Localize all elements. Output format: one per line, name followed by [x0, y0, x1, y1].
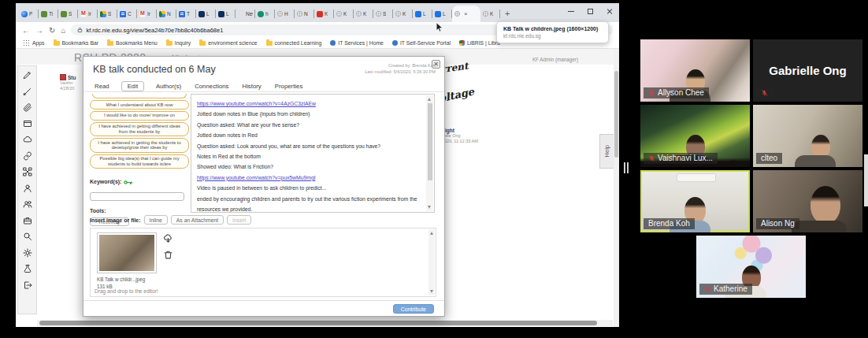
background-note[interactable]: Light nelle Ong 2020, 11:12:33 AM — [442, 128, 505, 144]
help-tab[interactable]: Help — [599, 134, 614, 169]
forward-icon[interactable]: → — [35, 26, 43, 35]
sign-out-icon[interactable] — [23, 280, 32, 290]
cloud-icon[interactable] — [23, 135, 32, 144]
scaffold-pill[interactable]: I would like to do more/ improve on — [90, 111, 189, 121]
attachment-scrollbar[interactable] — [428, 229, 435, 295]
reload-icon[interactable]: ↻ — [49, 26, 55, 35]
browser-tab[interactable]: L — [216, 6, 236, 22]
person-icon[interactable] — [23, 184, 32, 193]
note-editor[interactable]: https://www.youtube.com/watch?v=4AzGC3zl… — [191, 94, 435, 213]
browser-tab[interactable]: C — [117, 6, 137, 22]
scaffold-pill[interactable]: I have achieved in getting the students … — [90, 138, 189, 153]
editor-scrollbar[interactable] — [426, 95, 433, 211]
browser-tab[interactable]: T — [176, 6, 196, 22]
browser-tab[interactable]: K — [334, 6, 354, 22]
paperclip-icon[interactable] — [23, 102, 32, 112]
delete-icon[interactable] — [163, 249, 173, 259]
browser-tab[interactable]: × — [452, 6, 480, 22]
bookmark-item[interactable]: environment science — [199, 40, 257, 46]
editor-line[interactable]: Video is paused in between to ask childr… — [197, 185, 326, 191]
back-icon[interactable]: ← — [22, 26, 30, 35]
bookmark-item[interactable]: Inquiry — [166, 40, 191, 46]
download-cloud-icon[interactable] — [163, 233, 173, 243]
participant-tile[interactable]: Brenda Koh Brenda Koh — [640, 170, 750, 232]
editor-line[interactable]: https://www.youtube.com/watch?v=4AzGC3zl… — [197, 101, 316, 106]
browser-tab[interactable]: K — [480, 6, 500, 22]
browser-tab[interactable]: L — [413, 6, 432, 22]
bookmark-item[interactable]: Apps — [24, 40, 45, 46]
browser-tab[interactable]: N — [295, 6, 314, 22]
browser-tab[interactable]: K — [314, 6, 334, 22]
participant-tile[interactable]: Gabrielle Ong Gabrielle Ong — [753, 39, 862, 102]
network-icon[interactable] — [23, 167, 32, 176]
browser-tab[interactable]: h — [255, 6, 275, 22]
bookmark-item[interactable]: Bookmarks Menu — [107, 40, 158, 46]
editor-line[interactable]: Notes in Red at the bottom — [197, 154, 261, 159]
link-icon[interactable] — [23, 151, 32, 161]
editor-line[interactable]: https://www.youtube.com/watch?v=pux5wMu9… — [197, 175, 316, 180]
participant-tile[interactable]: Vaishnavi Lux... Vaishnavi Lux... — [640, 105, 750, 167]
attachment-thumbnail[interactable] — [97, 232, 157, 273]
bookmark-item[interactable]: IT Services | Home — [330, 40, 384, 46]
participant-tile[interactable]: clteo clteo — [753, 105, 862, 167]
editor-line[interactable]: ended by encouraging children and parent… — [197, 196, 417, 212]
gear-icon[interactable] — [23, 248, 32, 258]
editor-line[interactable]: Jotted down notes in Red — [197, 132, 258, 138]
browser-tab[interactable]: N — [157, 6, 176, 22]
browser-tab[interactable]: L — [196, 6, 216, 22]
editor-line[interactable]: Showed video: What is Friction? — [197, 164, 273, 169]
window-icon[interactable] — [23, 119, 32, 128]
browser-tab[interactable]: K — [354, 6, 373, 22]
participant-tile[interactable]: Alison Ng Alison Ng — [753, 170, 862, 232]
tab-close-icon[interactable]: × — [464, 10, 468, 17]
dialog-tab[interactable]: History — [241, 82, 263, 91]
bookmark-item[interactable]: IT Self-Service Portal — [392, 40, 451, 46]
browser-tab[interactable]: S — [373, 6, 393, 22]
inline-button[interactable]: Inline — [144, 215, 168, 225]
contribute-button[interactable]: Contribute — [393, 304, 434, 314]
dialog-tab[interactable]: Read — [93, 82, 111, 91]
dialog-tab[interactable]: Properties — [273, 82, 305, 91]
browser-tab[interactable]: S — [98, 6, 117, 22]
flask-icon[interactable] — [23, 264, 32, 273]
participant-tile[interactable]: Allyson Chee Allyson Chee — [640, 39, 750, 102]
scaffold-pill-clipped[interactable] — [92, 94, 187, 98]
current-user-label[interactable]: KF Admin (manager) — [532, 57, 578, 62]
browser-tab[interactable]: New — [236, 6, 255, 22]
pencil-icon[interactable] — [23, 70, 32, 80]
browser-tab[interactable]: K — [393, 6, 413, 22]
brush-icon[interactable] — [23, 87, 32, 96]
editor-line[interactable]: Question asked: What are your five sense… — [197, 122, 299, 128]
bookmark-item[interactable]: connected Learning — [266, 40, 322, 46]
dialog-tab[interactable]: Connections — [193, 82, 230, 91]
search-icon[interactable] — [23, 232, 32, 241]
browser-tab[interactable]: Ti — [39, 6, 58, 22]
editor-line[interactable]: Question asked: Look around you, what ar… — [197, 143, 380, 149]
browser-tab[interactable]: Ir — [137, 6, 157, 22]
window-close-button[interactable] — [606, 8, 613, 14]
scaffold-pill[interactable]: Possible big idea(s) that I can guide my… — [90, 154, 189, 169]
dialog-tab[interactable]: Author(s) — [154, 82, 183, 91]
as-attachment-button[interactable]: As an Attachment — [171, 215, 224, 225]
bookmark-item[interactable]: LiBRIS | Libra — [459, 40, 500, 46]
toolbox-icon[interactable] — [23, 216, 32, 225]
window-minimize-button[interactable] — [568, 11, 574, 12]
browser-tab[interactable]: H — [275, 6, 295, 22]
browser-tab[interactable]: L — [432, 6, 452, 22]
page-horizontal-scrollbar[interactable] — [37, 320, 613, 326]
editor-line[interactable]: Jotted down notes in Blue (inputs from c… — [197, 111, 310, 117]
bookmark-item[interactable]: Bookmarks Bar — [54, 40, 98, 46]
dialog-tab[interactable]: Edit — [121, 81, 144, 91]
new-tab-button[interactable]: + — [505, 6, 510, 20]
browser-tab[interactable]: S — [58, 6, 78, 22]
home-icon[interactable]: ⌂ — [61, 26, 65, 35]
window-maximize-button[interactable] — [588, 9, 593, 14]
people-icon[interactable] — [23, 199, 32, 209]
participant-tile[interactable]: Katherine Katherine — [696, 236, 806, 298]
keyword-input[interactable] — [90, 192, 184, 201]
scaffold-pill[interactable]: I have achieved in getting different ide… — [90, 122, 189, 137]
browser-tab[interactable]: P — [19, 6, 39, 22]
insert-button[interactable]: Insert — [227, 215, 251, 225]
browser-tab[interactable]: Ir — [78, 6, 98, 22]
page-vertical-scrollbar[interactable] — [614, 49, 619, 327]
